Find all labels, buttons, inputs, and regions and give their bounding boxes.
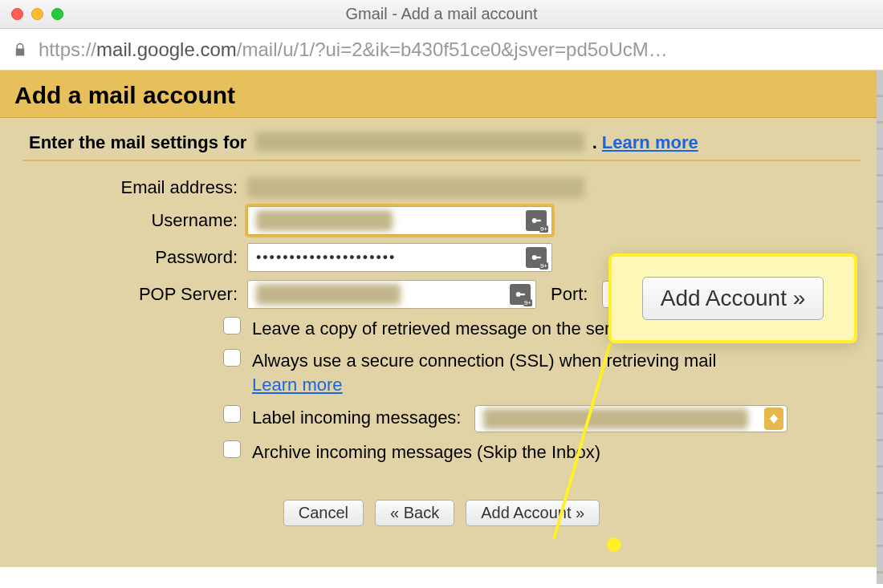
pop-server-input[interactable]: [247, 280, 536, 309]
password-label: Password:: [22, 247, 247, 268]
instruction-text: Enter the mail settings for . Learn more: [29, 132, 861, 153]
password-manager-icon[interactable]: [510, 284, 531, 305]
port-label: Port:: [551, 284, 588, 305]
button-row: Cancel « Back Add Account »: [22, 500, 861, 526]
stepper-icon[interactable]: [764, 408, 783, 430]
pop-server-label: POP Server:: [22, 284, 247, 305]
label-incoming-value-redacted: [483, 408, 748, 429]
password-masked: •••••••••••••••••••••: [256, 249, 396, 266]
username-value-redacted: [256, 210, 393, 231]
callout-highlight: Add Account »: [608, 253, 857, 343]
ssl-learn-more-link[interactable]: Learn more: [252, 375, 343, 395]
learn-more-link[interactable]: Learn more: [602, 132, 698, 152]
password-manager-icon[interactable]: [526, 210, 547, 231]
username-label: Username:: [22, 210, 247, 231]
back-button[interactable]: « Back: [375, 500, 454, 526]
redacted-email: [255, 132, 584, 152]
add-account-button[interactable]: Add Account »: [466, 500, 600, 526]
callout-add-account-button: Add Account »: [642, 277, 824, 320]
page-title: Add a mail account: [14, 82, 869, 109]
divider: [22, 160, 861, 161]
svg-point-0: [532, 218, 537, 223]
ssl-checkbox[interactable]: [223, 349, 241, 367]
leave-copy-label: Leave a copy of retrieved message on the…: [252, 317, 635, 341]
email-label: Email address:: [22, 177, 247, 198]
email-value-redacted: [247, 177, 584, 198]
scrollbar[interactable]: [877, 71, 883, 584]
password-manager-icon[interactable]: [526, 247, 547, 268]
page-header: Add a mail account: [0, 71, 883, 118]
window-title: Gmail - Add a mail account: [0, 5, 883, 23]
archive-checkbox[interactable]: [223, 440, 241, 458]
leave-copy-checkbox[interactable]: [223, 317, 241, 335]
pop-server-value-redacted: [256, 284, 401, 305]
svg-rect-5: [520, 294, 525, 295]
address-bar[interactable]: https://mail.google.com/mail/u/1/?ui=2&i…: [0, 29, 883, 71]
lock-icon: [13, 41, 27, 59]
cancel-button[interactable]: Cancel: [283, 500, 364, 526]
callout-leader-dot: [607, 537, 621, 552]
ssl-label: Always use a secure connection (SSL) whe…: [252, 351, 716, 371]
svg-rect-1: [536, 220, 541, 221]
svg-point-2: [532, 255, 537, 260]
url-host: mail.google.com: [96, 39, 237, 61]
label-incoming-label: Label incoming messages:: [252, 408, 461, 428]
url-scheme: https://: [39, 39, 96, 61]
label-incoming-select[interactable]: [474, 405, 787, 432]
svg-rect-3: [536, 257, 541, 258]
window-titlebar: Gmail - Add a mail account: [0, 0, 883, 29]
password-input[interactable]: •••••••••••••••••••••: [247, 243, 552, 272]
archive-label: Archive incoming messages (Skip the Inbo…: [252, 440, 600, 464]
username-input[interactable]: [247, 206, 552, 235]
svg-point-4: [516, 292, 521, 297]
label-incoming-checkbox[interactable]: [223, 405, 241, 423]
url-path: /mail/u/1/?ui=2&ik=b430f51ce0&jsver=pd5o…: [237, 39, 668, 61]
